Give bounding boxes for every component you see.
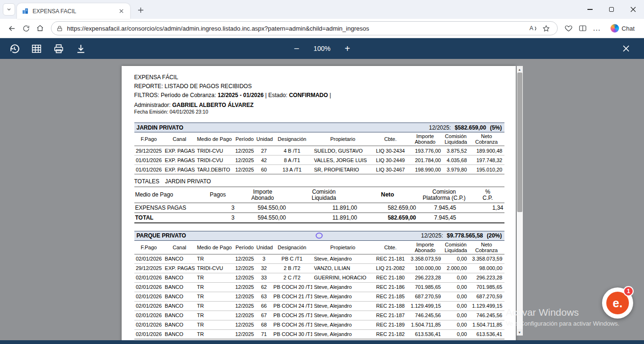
read-aloud-button[interactable]: A (527, 22, 539, 34)
cell-unidad: 71 (256, 329, 272, 339)
cell-unidad: 67 (256, 311, 272, 320)
browser-essentials-heart-icon (564, 24, 573, 33)
cell-neto-cobranza: 1.129.499,15 (469, 301, 504, 311)
viewer-close-button[interactable] (619, 42, 633, 55)
window-close-button[interactable] (622, 0, 644, 19)
cell-medio-pago: TR (196, 301, 233, 311)
home-icon (36, 24, 44, 33)
cell-propietario: VALLES, JORGE LUIS (312, 156, 373, 165)
export-excel-button[interactable] (30, 42, 43, 55)
col-medio-pago: Medio de Pago (134, 187, 200, 203)
cell-periodo: 12/2025 (233, 282, 256, 292)
payment-row: 01/01/2026 EXP. PAGAS TRIDI-CVU 12/2025 … (134, 156, 504, 165)
new-tab-button[interactable] (134, 3, 147, 16)
zoom-in-button[interactable]: + (342, 44, 353, 53)
tab-search-button[interactable] (3, 3, 15, 16)
section-percent: (20%) (487, 232, 502, 239)
cell-canal: BANCO (164, 282, 196, 292)
totals-section-name: JARDIN PRIVATO (165, 178, 211, 185)
cell-medio-pago: TR (196, 320, 233, 329)
tab-close-icon[interactable] (117, 7, 125, 16)
cell-fpago: 02/01/2026 (134, 254, 164, 263)
cell-canal: EXP. PAGAS (164, 165, 196, 174)
col-periodo: Período (233, 132, 256, 146)
address-bar[interactable]: https://expensafacil.ar/consorcio/cs/adm… (51, 21, 558, 35)
cell-cbte: REC 21-186 (373, 282, 407, 292)
section-amount: $9.778.565,58 (447, 232, 483, 239)
cell-cbte: LIQ 30-2434 (373, 146, 407, 156)
home-button[interactable] (33, 21, 47, 35)
cell-unidad: 42 (256, 156, 272, 165)
add-favorite-button[interactable] (540, 22, 553, 34)
filters-period: 12/2025 - 01/2026 (218, 92, 264, 98)
cell-comision-plataforma: 7.945,45 (417, 203, 471, 213)
cell-neto-cobranza: 1.504.711,85 (469, 320, 504, 329)
browser-tab[interactable]: EXPENSA FACIL (17, 3, 130, 19)
filters-suffix: | (328, 92, 331, 98)
star-icon (542, 25, 550, 33)
cell-medio-pago: TOTAL (134, 213, 200, 223)
tab-title: EXPENSA FACIL (33, 8, 117, 15)
cell-propietario: Steve, Alejandro (312, 311, 373, 320)
cell-cbte: REC 21-181 (373, 254, 407, 263)
cell-importe-abonado: 296.223,28 (407, 273, 443, 282)
section-percent: (5%) (490, 124, 502, 131)
cell-canal: BANCO (164, 320, 196, 329)
cell-comision-liquidada: 0,00 (443, 292, 469, 301)
cell-medio-pago: TRIDI-CVU (196, 156, 233, 165)
payment-row: 02/01/2026 BANCO TR 12/2025 62 PB COCH 2… (134, 282, 504, 292)
browser-essentials-button[interactable] (561, 21, 576, 35)
payments-table-parque: F.Pago Canal Medio de Pago Período Unida… (134, 241, 504, 339)
cell-comision-liquidada: 11.891,00 (290, 203, 358, 213)
cell-propietario: Steve, Alejandro (312, 254, 373, 263)
cell-propietario: SUELDO, GUSTAVO (312, 146, 373, 156)
support-chat-fab[interactable]: e. 1 (602, 287, 633, 319)
refresh-button[interactable] (19, 21, 33, 35)
cell-importe-abonado: 201.784,00 (407, 156, 443, 165)
scrollbar-thumb[interactable] (517, 73, 522, 212)
cell-periodo: 12/2025 (233, 263, 256, 273)
cell-designacion: PB COCH 21 /T1 (272, 292, 312, 301)
cell-designacion: PB C /T1 (272, 254, 312, 263)
cell-importe-abonado: 193.776,00 (407, 146, 443, 156)
col-canal: Canal (164, 241, 196, 254)
cell-cbte: REC 21-189 (373, 320, 407, 329)
payments-table-body: 02/01/2026 BANCO TR 12/2025 3 PB C /T1 S… (134, 254, 504, 339)
cell-cbte: REC 21-182 (373, 329, 407, 339)
back-button[interactable] (5, 21, 19, 35)
cell-fpago: 02/01/2026 (134, 282, 164, 292)
cell-medio-pago: TRIDI-CVU (196, 146, 233, 156)
zoom-out-button[interactable]: − (291, 44, 302, 53)
cell-periodo: 12/2025 (233, 254, 256, 263)
window-minimize-button[interactable] (579, 0, 601, 19)
cell-importe-abonado: 594.550,00 (236, 213, 290, 223)
section-summary: 12/2025: $582.659,00 (5%) (429, 124, 502, 131)
cell-comision-liquidada: 0,00 (443, 273, 469, 282)
col-importe-abonado: Importe Abonado (407, 132, 443, 146)
history-button[interactable] (8, 42, 21, 55)
report-viewer-content: EXPENSA FÁCIL REPORTE: LISTADO DE PAGOS … (0, 59, 644, 340)
section-name: PARQUE PRIVATO (137, 232, 186, 239)
cell-importe-abonado: 594.550,00 (236, 203, 290, 213)
url-text: https://expensafacil.ar/consorcio/cs/adm… (67, 25, 527, 32)
cell-designacion: PB COCH 26 /T1 (272, 320, 312, 329)
download-button[interactable] (74, 42, 87, 55)
cell-fpago: 02/01/2026 (134, 329, 164, 339)
copilot-chat-button[interactable]: Chat (606, 22, 639, 34)
cell-periodo: 12/2025 (233, 156, 256, 165)
col-fpago: F.Pago (134, 132, 164, 146)
col-pagos: Pagos (200, 187, 236, 203)
settings-more-button[interactable]: … (590, 21, 604, 35)
cell-comision-plataforma: 7.945,45 (417, 213, 471, 223)
vertical-scrollbar[interactable]: ▲ ▼ (517, 66, 523, 336)
scroll-up-icon[interactable]: ▲ (517, 66, 523, 73)
scroll-down-icon[interactable]: ▼ (517, 329, 523, 336)
refresh-icon (22, 25, 30, 33)
window-maximize-button[interactable] (601, 0, 622, 19)
print-button[interactable] (52, 42, 65, 55)
cell-cbte: LIQ 21-2082 (373, 263, 407, 273)
cell-neto-cobranza: 687.270,59 (469, 292, 504, 301)
close-icon (630, 7, 636, 12)
cell-comision-liquidada: 0,00 (443, 282, 469, 292)
split-screen-button[interactable] (576, 21, 590, 35)
